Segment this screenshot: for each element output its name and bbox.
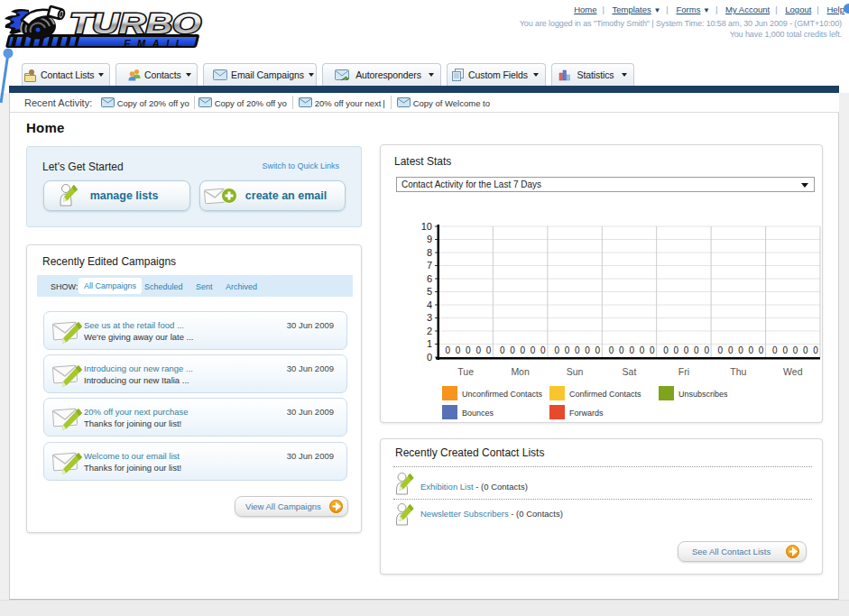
svg-text:0: 0	[554, 345, 559, 355]
svg-text:0: 0	[684, 345, 689, 355]
svg-text:0: 0	[427, 352, 432, 363]
svg-text:1: 1	[427, 338, 432, 349]
svg-text:0: 0	[650, 345, 655, 355]
svg-text:0: 0	[609, 345, 614, 355]
svg-text:7: 7	[427, 260, 432, 271]
svg-text:Sun: Sun	[567, 366, 584, 377]
svg-text:0: 0	[663, 345, 669, 355]
svg-text:0: 0	[718, 345, 724, 355]
svg-text:0: 0	[640, 345, 645, 355]
svg-text:0: 0	[704, 345, 709, 355]
svg-text:Wed: Wed	[783, 366, 803, 377]
svg-text:0: 0	[782, 345, 788, 355]
svg-text:0: 0	[466, 345, 471, 355]
svg-text:0: 0	[674, 345, 679, 355]
svg-text:0: 0	[813, 345, 818, 355]
svg-text:0: 0	[738, 345, 743, 355]
svg-text:0: 0	[540, 345, 546, 355]
svg-text:Forwards: Forwards	[569, 409, 604, 418]
svg-text:0: 0	[793, 345, 798, 355]
svg-text:0: 0	[803, 345, 808, 355]
svg-text:2: 2	[427, 326, 432, 336]
svg-text:Thu: Thu	[730, 366, 746, 377]
svg-text:4: 4	[427, 299, 432, 310]
svg-text:TURBO: TURBO	[69, 7, 201, 40]
svg-text:9: 9	[427, 234, 432, 244]
svg-text:Unconfirmed Contacts: Unconfirmed Contacts	[462, 390, 543, 399]
svg-text:0: 0	[749, 345, 754, 355]
svg-text:3: 3	[427, 312, 432, 323]
svg-text:8: 8	[427, 247, 432, 258]
svg-text:6: 6	[427, 273, 432, 284]
svg-text:0: 0	[595, 345, 601, 355]
svg-text:Unsubscribes: Unsubscribes	[678, 390, 728, 399]
svg-text:0: 0	[456, 345, 461, 355]
svg-text:10: 10	[421, 221, 432, 232]
svg-text:0: 0	[575, 345, 580, 355]
svg-text:0: 0	[694, 345, 699, 355]
svg-text:0: 0	[585, 345, 590, 355]
svg-text:0: 0	[565, 345, 570, 355]
svg-text:0: 0	[619, 345, 624, 355]
svg-text:0: 0	[629, 345, 634, 355]
svg-text:Mon: Mon	[511, 366, 530, 377]
svg-text:0: 0	[759, 345, 764, 355]
svg-text:Fri: Fri	[678, 366, 689, 377]
svg-text:0: 0	[475, 345, 481, 355]
svg-text:0: 0	[446, 345, 451, 355]
svg-text:0: 0	[521, 345, 526, 355]
svg-text:0: 0	[728, 345, 734, 355]
svg-text:0: 0	[510, 345, 515, 355]
svg-text:0: 0	[500, 345, 505, 355]
svg-text:0: 0	[486, 345, 492, 355]
svg-text:0: 0	[772, 345, 778, 355]
svg-text:Sat: Sat	[623, 366, 637, 377]
svg-text:0: 0	[531, 345, 536, 355]
svg-text:Confirmed Contacts: Confirmed Contacts	[569, 390, 641, 399]
svg-text:5: 5	[427, 286, 432, 297]
svg-text:Tue: Tue	[457, 366, 474, 377]
svg-text:Bounces: Bounces	[462, 409, 494, 418]
